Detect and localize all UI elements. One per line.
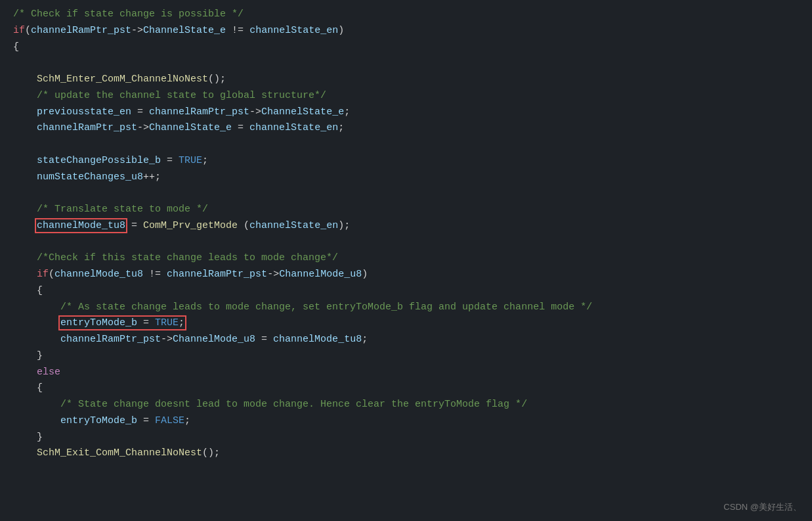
line-2: if(channelRamPtr_pst->ChannelState_e != … (13, 23, 799, 39)
line-25: /* State change doesnt lead to mode chan… (13, 397, 799, 413)
line-7: previousstate_en = channelRamPtr_pst->Ch… (13, 104, 799, 121)
line-16: /*Check if this state change leads to mo… (13, 250, 799, 267)
line-11: numStateChanges_u8++; (13, 170, 799, 186)
line-26: entryToMode_b = FALSE; (13, 413, 799, 430)
line-5: SchM_Enter_ComM_ChannelNoNest(); (13, 72, 799, 88)
line-24: { (13, 380, 799, 397)
line-21: channelRamPtr_pst->ChannelMode_u8 = chan… (13, 332, 799, 348)
line-27: } (13, 430, 799, 446)
line-12 (13, 185, 799, 202)
line-3: { (13, 39, 799, 56)
code-editor: /* Check if state change is possible */ … (0, 0, 812, 521)
watermark: CSDN @美好生活、 (723, 501, 801, 513)
line-17: if(channelMode_tu8 != channelRamPtr_pst-… (13, 267, 799, 283)
line-6: /* update the channel state to global st… (13, 88, 799, 104)
line-1: /* Check if state change is possible */ (13, 7, 799, 23)
line-23: else (13, 365, 799, 381)
line-28: SchM_Exit_ComM_ChannelNoNest(); (13, 445, 799, 462)
line-19: /* As state change leads to mode change,… (13, 300, 799, 316)
line-20: entryToMode_b = TRUE; (13, 315, 799, 332)
line-4 (13, 55, 799, 72)
line-9 (13, 137, 799, 153)
line-22: } (13, 348, 799, 365)
line-10: stateChangePossible_b = TRUE; (13, 153, 799, 170)
line-8: channelRamPtr_pst->ChannelState_e = chan… (13, 120, 799, 137)
line-14: channelMode_tu8 = ComM_Prv_getMode (chan… (13, 218, 799, 235)
line-18: { (13, 283, 799, 300)
line-15 (13, 235, 799, 251)
line-13: /* Translate state to mode */ (13, 202, 799, 218)
